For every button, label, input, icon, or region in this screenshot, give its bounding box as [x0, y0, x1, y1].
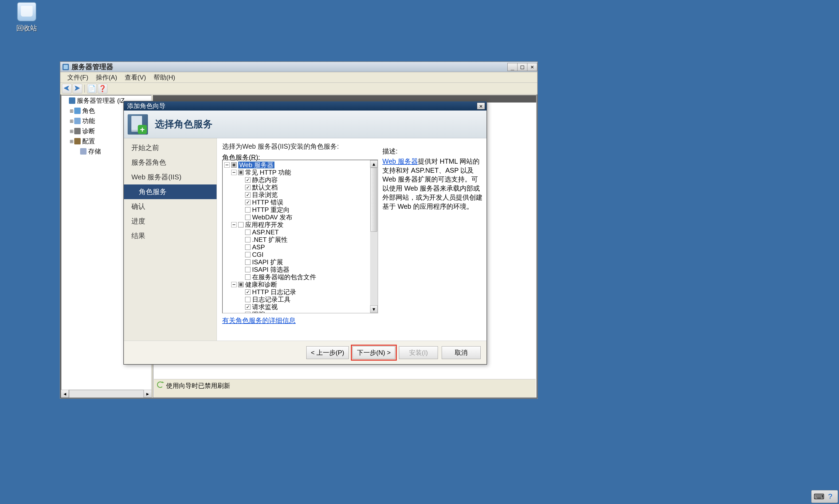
checkbox[interactable] [245, 267, 250, 272]
close-button[interactable]: × [527, 63, 537, 71]
node-cgi[interactable]: CGI [223, 251, 370, 258]
scroll-thumb[interactable] [370, 168, 377, 232]
checkbox[interactable]: ✓ [245, 185, 250, 190]
checkbox[interactable]: ✓ [245, 200, 250, 205]
scroll-left-button[interactable]: ◂ [61, 390, 69, 398]
scroll-up-button[interactable]: ▴ [370, 160, 378, 168]
tray-keyboard-icon[interactable]: ⌨ [815, 492, 823, 501]
node-log-tools[interactable]: 日志记录工具 [223, 296, 370, 303]
checkbox[interactable]: ✓ [245, 304, 250, 310]
checkbox[interactable] [245, 237, 250, 242]
nav-progress[interactable]: 进度 [124, 214, 217, 229]
expand-icon[interactable]: − [231, 282, 237, 287]
checkbox[interactable]: ✓ [245, 192, 250, 198]
toolbar-btn-1[interactable]: 📄 [87, 84, 97, 93]
node-http-log[interactable]: ✓HTTP 日志记录 [223, 288, 370, 296]
menu-help[interactable]: 帮助(H) [150, 72, 179, 83]
checkbox[interactable] [245, 207, 250, 213]
expand-icon[interactable]: − [231, 222, 237, 228]
node-isapi-filter[interactable]: ISAPI 筛选器 [223, 266, 370, 273]
tree-vertical-scrollbar[interactable]: ▴ ▾ [370, 160, 378, 313]
wizard-footer: < 上一步(P) 下一步(N) > 安装(I) 取消 [124, 341, 486, 364]
node-req-monitor[interactable]: ✓请求监视 [223, 303, 370, 311]
minimize-button[interactable]: _ [507, 63, 518, 71]
status-text: 使用向导时已禁用刷新 [166, 381, 230, 390]
node-isapi-ext[interactable]: ISAPI 扩展 [223, 258, 370, 266]
menubar: 文件(F) 操作(A) 查看(V) 帮助(H) [60, 72, 537, 83]
checkbox[interactable] [245, 215, 250, 220]
checkbox[interactable] [245, 230, 250, 235]
checkbox[interactable] [245, 274, 250, 280]
node-web-server[interactable]: − Web 服务器 [223, 161, 370, 169]
checkbox-tristate[interactable] [238, 170, 244, 175]
wizard-main: 选择为Web 服务器(IIS)安装的角色服务: 角色服务(R): − Web 服… [217, 138, 486, 341]
toolbar: ⮜ ⮞ 📄 ❓ [60, 83, 537, 94]
node-static-content[interactable]: ✓静态内容 [223, 176, 370, 184]
add-roles-wizard-dialog: 添加角色向导 × 选择角色服务 开始之前 服务器角色 Web 服务器(IIS) … [123, 101, 487, 365]
node-tracing[interactable]: 跟踪 [223, 311, 370, 313]
checkbox[interactable] [245, 259, 250, 265]
nav-forward-button[interactable]: ⮞ [73, 84, 82, 93]
install-button: 安装(I) [399, 346, 438, 359]
tree-horizontal-scrollbar[interactable]: ◂ ▸ [61, 390, 152, 398]
more-info-link[interactable]: 有关角色服务的详细信息 [222, 316, 296, 325]
checkbox[interactable]: ✓ [245, 177, 250, 183]
node-app-dev[interactable]: − 应用程序开发 [223, 221, 370, 229]
refresh-icon [157, 381, 163, 388]
expand-icon[interactable]: − [224, 162, 230, 168]
desktop-icon-recycle-bin[interactable]: 回收站 [8, 2, 46, 33]
checkbox[interactable] [245, 312, 250, 313]
checkbox[interactable] [245, 297, 250, 302]
node-dir-browse[interactable]: ✓目录浏览 [223, 191, 370, 199]
expand-icon[interactable]: − [231, 170, 237, 175]
menu-action[interactable]: 操作(A) [92, 72, 121, 83]
toolbar-btn-2[interactable]: ❓ [98, 84, 107, 93]
previous-button[interactable]: < 上一步(P) [306, 346, 349, 359]
wizard-titlebar[interactable]: 添加角色向导 × [124, 102, 486, 110]
node-http-redirect[interactable]: HTTP 重定向 [223, 206, 370, 214]
node-default-doc[interactable]: ✓默认文档 [223, 184, 370, 191]
description-link[interactable]: Web 服务器 [382, 158, 418, 165]
nav-server-roles[interactable]: 服务器角色 [124, 155, 217, 170]
menu-view[interactable]: 查看(V) [121, 72, 150, 83]
maximize-button[interactable]: □ [517, 63, 528, 71]
node-health[interactable]: − 健康和诊断 [223, 281, 370, 288]
nav-back-button[interactable]: ⮜ [62, 84, 72, 93]
next-button[interactable]: 下一步(N) > [353, 346, 395, 359]
description-header: 描述: [382, 147, 483, 156]
scroll-track[interactable] [370, 168, 378, 305]
checkbox[interactable] [245, 245, 250, 250]
wizard-title: 添加角色向导 [125, 102, 477, 110]
checkbox-tristate[interactable] [238, 282, 244, 287]
checkbox[interactable] [238, 222, 244, 228]
description-body: Web 服务器提供对 HTML 网站的支持和对 ASP.NET、ASP 以及 W… [382, 157, 483, 211]
role-services-tree[interactable]: − Web 服务器 − 常见 HTTP 功能 ✓静态内容 ✓默认文档 ✓目录浏览… [222, 160, 378, 313]
nav-before-you-begin[interactable]: 开始之前 [124, 140, 217, 155]
status-bar: 使用向导时已禁用刷新 [154, 379, 536, 397]
checkbox[interactable]: ✓ [245, 289, 250, 295]
node-aspnet[interactable]: ASP.NET [223, 229, 370, 236]
cancel-button[interactable]: 取消 [442, 346, 481, 359]
scroll-track[interactable] [69, 390, 144, 398]
wizard-header: 选择角色服务 [124, 110, 486, 138]
node-ssi[interactable]: 在服务器端的包含文件 [223, 273, 370, 281]
nav-role-services[interactable]: 角色服务 [124, 184, 217, 199]
wizard-close-button[interactable]: × [477, 103, 485, 109]
server-manager-icon [63, 64, 69, 70]
nav-confirmation[interactable]: 确认 [124, 199, 217, 214]
scroll-right-button[interactable]: ▸ [144, 390, 152, 398]
node-http-errors[interactable]: ✓HTTP 错误 [223, 199, 370, 206]
checkbox[interactable] [245, 252, 250, 257]
tray-help-icon[interactable]: ? [826, 492, 835, 501]
menu-file[interactable]: 文件(F) [64, 72, 92, 83]
node-asp[interactable]: ASP [223, 244, 370, 251]
node-webdav[interactable]: WebDAV 发布 [223, 214, 370, 221]
nav-results[interactable]: 结果 [124, 229, 217, 243]
checkbox-tristate[interactable] [231, 162, 237, 168]
scroll-down-button[interactable]: ▾ [370, 305, 378, 313]
nav-web-server-iis[interactable]: Web 服务器(IIS) [124, 170, 217, 184]
description-panel: 描述: Web 服务器提供对 HTML 网站的支持和对 ASP.NET、ASP … [382, 147, 483, 211]
server-manager-titlebar[interactable]: 服务器管理器 _ □ × [60, 62, 537, 72]
node-net-ext[interactable]: .NET 扩展性 [223, 236, 370, 244]
node-common-http[interactable]: − 常见 HTTP 功能 [223, 169, 370, 176]
